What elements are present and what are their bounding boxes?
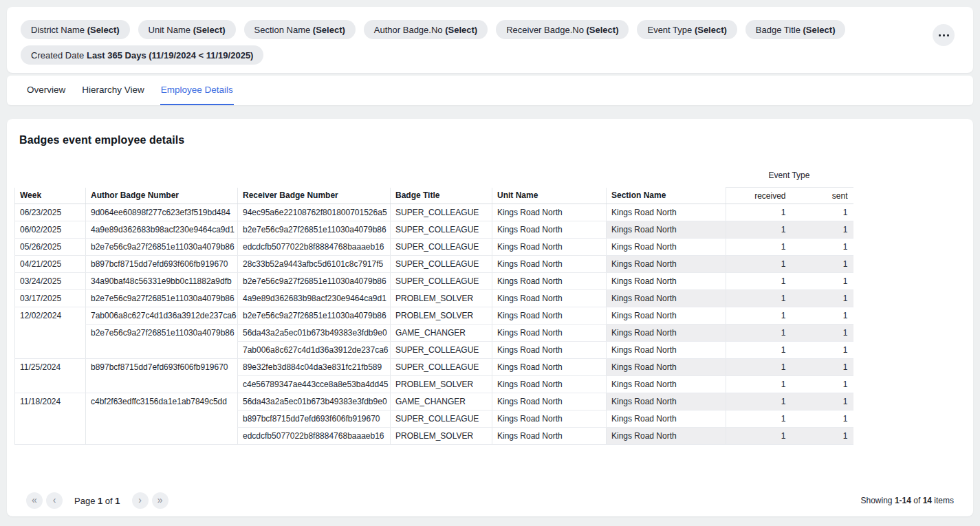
table-row: 12/02/20247ab006a8c627c4d1d36a3912de237c… xyxy=(15,307,853,325)
showing-range: 1-14 xyxy=(895,496,911,505)
filter-pill-value: (Select) xyxy=(193,25,226,35)
cell-sent: 1 xyxy=(792,256,853,273)
filter-pills: District Name (Select) Unit Name (Select… xyxy=(21,20,908,65)
event-type-group-header: Event Type xyxy=(726,171,853,180)
filter-pill-badge-title[interactable]: Badge Title (Select) xyxy=(745,20,846,39)
cell-received: 1 xyxy=(726,239,792,256)
cell-receiver: b897bcf8715dd7efd693f606fb919670 xyxy=(238,410,391,428)
cell-author: b2e7e56c9a27f26851e11030a4079b86 xyxy=(86,239,238,256)
cell-unit_name: Kings Road North xyxy=(492,307,607,325)
cell-unit_name: Kings Road North xyxy=(492,239,607,256)
tab-employee-details[interactable]: Employee Details xyxy=(160,76,234,105)
cell-received: 1 xyxy=(726,359,792,376)
filter-pill-value: (Select) xyxy=(587,25,619,35)
tab-hierarchy-view[interactable]: Hierarchy View xyxy=(81,76,145,105)
more-options-button[interactable] xyxy=(933,24,955,46)
cell-unit_name: Kings Road North xyxy=(492,342,607,359)
cell-section_name: Kings Road North xyxy=(607,204,726,221)
cell-week: 06/02/2025 xyxy=(15,221,86,239)
filter-pill-receiver-badge-no[interactable]: Receiver Badge.No (Select) xyxy=(496,20,629,39)
cell-sent: 1 xyxy=(792,239,853,256)
cell-week: 06/23/2025 xyxy=(15,204,86,221)
cell-section_name: Kings Road North xyxy=(607,393,726,410)
cell-unit_name: Kings Road North xyxy=(492,256,607,273)
cell-badge_title: PROBLEM_SOLVER xyxy=(391,376,492,393)
column-header-unit_name: Unit Name xyxy=(492,188,607,204)
column-header-received: received xyxy=(726,188,792,204)
cell-sent: 1 xyxy=(792,376,853,393)
tab-label: Overview xyxy=(27,85,65,95)
cell-author: b2e7e56c9a27f26851e11030a4079b86 xyxy=(86,325,238,359)
cell-week: 11/18/2024 xyxy=(15,393,86,445)
filter-pill-event-type[interactable]: Event Type (Select) xyxy=(637,20,737,39)
cell-badge_title: PROBLEM_SOLVER xyxy=(391,290,492,307)
filter-pill-label: Badge Title xyxy=(756,25,803,35)
prev-page-button[interactable]: ‹ xyxy=(46,492,63,509)
cell-badge_title: SUPER_COLLEAGUE xyxy=(391,204,492,221)
cell-sent: 1 xyxy=(792,204,853,221)
filter-pill-value: (Select) xyxy=(803,25,836,35)
tab-label: Hierarchy View xyxy=(82,85,144,95)
total-pages: 1 xyxy=(115,496,120,506)
cell-author: b897bcf8715dd7efd693f606fb919670 xyxy=(86,256,238,273)
tab-overview[interactable]: Overview xyxy=(26,76,66,105)
ellipsis-icon xyxy=(939,34,949,36)
column-header-receiver: Receiver Badge Number xyxy=(238,188,391,204)
showing-total: 14 xyxy=(923,496,932,505)
employee-details-table: WeekAuthor Badge NumberReceiver Badge Nu… xyxy=(14,187,853,445)
cell-section_name: Kings Road North xyxy=(607,307,726,325)
cell-section_name: Kings Road North xyxy=(607,325,726,342)
filter-pill-label: Unit Name xyxy=(149,25,193,35)
current-page: 1 xyxy=(98,496,102,506)
cell-receiver: 56da43a2a5ec01b673b49383e3fdb9e0 xyxy=(238,393,391,410)
cell-week: 03/24/2025 xyxy=(15,273,86,290)
cell-receiver: 7ab006a8c627c4d1d36a3912de237ca6 xyxy=(238,342,391,359)
pagination-controls: « ‹ Page 1 of 1 › » xyxy=(26,492,168,509)
table-row: 05/26/2025b2e7e56c9a27f26851e11030a4079b… xyxy=(15,239,853,256)
cell-section_name: Kings Road North xyxy=(607,376,726,393)
filter-pill-section-name[interactable]: Section Name (Select) xyxy=(244,20,356,39)
cell-unit_name: Kings Road North xyxy=(492,273,607,290)
cell-receiver: b2e7e56c9a27f26851e11030a4079b86 xyxy=(238,307,391,325)
cell-sent: 1 xyxy=(792,359,853,376)
filter-pill-unit-name[interactable]: Unit Name (Select) xyxy=(138,20,236,39)
table-row: 03/24/202534a90baf48c56331e9bb0c11882a9d… xyxy=(15,273,853,290)
cell-section_name: Kings Road North xyxy=(607,428,726,445)
filter-pill-label: Section Name xyxy=(254,25,313,35)
filter-pill-label: Receiver Badge.No xyxy=(506,25,586,35)
page-label: Page xyxy=(74,496,95,506)
filter-pill-created-date[interactable]: Created Date Last 365 Days (11/19/2024 <… xyxy=(21,45,263,65)
cell-unit_name: Kings Road North xyxy=(492,221,607,239)
page-of-label: of xyxy=(105,496,113,506)
cell-receiver: c4e56789347ae443cce8a8e53ba4dd45 xyxy=(238,376,391,393)
table-row: 04/21/2025b897bcf8715dd7efd693f606fb9196… xyxy=(15,256,853,273)
cell-unit_name: Kings Road North xyxy=(492,376,607,393)
cell-badge_title: SUPER_COLLEAGUE xyxy=(391,273,492,290)
filter-pill-district-name[interactable]: District Name (Select) xyxy=(21,20,130,39)
cell-badge_title: PROBLEM_SOLVER xyxy=(391,307,492,325)
cell-unit_name: Kings Road North xyxy=(492,428,607,445)
cell-badge_title: GAME_CHANGER xyxy=(391,393,492,410)
cell-sent: 1 xyxy=(792,393,853,410)
next-page-button[interactable]: › xyxy=(132,492,149,509)
cell-received: 1 xyxy=(726,256,792,273)
filter-pill-value: (Select) xyxy=(313,25,345,35)
cell-sent: 1 xyxy=(792,290,853,307)
cell-author: 34a90baf48c56331e9bb0c11882a9dfb xyxy=(86,273,238,290)
first-page-button[interactable]: « xyxy=(26,492,43,509)
page-indicator: Page 1 of 1 xyxy=(74,496,120,506)
cell-unit_name: Kings Road North xyxy=(492,393,607,410)
cell-badge_title: SUPER_COLLEAGUE xyxy=(391,342,492,359)
column-header-week: Week xyxy=(15,188,86,204)
filter-pill-label: Created Date xyxy=(31,50,87,61)
cell-badge_title: GAME_CHANGER xyxy=(391,325,492,342)
filter-pill-author-badge-no[interactable]: Author Badge.No (Select) xyxy=(364,20,488,39)
cell-unit_name: Kings Road North xyxy=(492,325,607,342)
cell-section_name: Kings Road North xyxy=(607,410,726,428)
cell-author: 9d064ee60898f277c623ef3f519bd484 xyxy=(86,204,238,221)
cell-received: 1 xyxy=(726,273,792,290)
cell-receiver: 28c33b52a9443afbc5d6101c8c7917f5 xyxy=(238,256,391,273)
table-row: 11/25/2024b897bcf8715dd7efd693f606fb9196… xyxy=(15,359,853,376)
last-page-button[interactable]: » xyxy=(152,492,168,509)
items-label: items xyxy=(934,496,954,505)
